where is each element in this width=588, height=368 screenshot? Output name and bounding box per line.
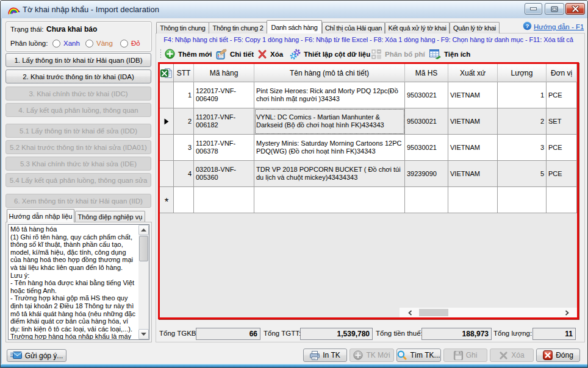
feedback-button-label: Gửi góp ý... <box>25 352 63 360</box>
toolbar-them-moi-button[interactable]: Thêm mới <box>165 48 212 60</box>
cell-ma-hs[interactable]: 95030021 <box>405 108 448 135</box>
tab-quan-ly-to-khai[interactable]: Quản lý tờ khai <box>450 22 500 34</box>
cell-don-vi[interactable]: PCE <box>547 82 577 108</box>
grid-row-2-current[interactable]: 2 112017-VNF-006182 VYNL: DC Comics - Ma… <box>160 108 577 135</box>
tab-ket-qua-xu-ly[interactable]: Kết quả xử lý tờ khai <box>385 22 450 34</box>
radio-xanh-label[interactable]: Xanh <box>63 40 80 47</box>
cell-empty[interactable] <box>448 187 498 213</box>
row-header-1[interactable] <box>160 82 174 108</box>
grid-row-3[interactable]: 3 112017-VNF-006378 Mystery Minis: Satur… <box>160 135 577 161</box>
dong-button[interactable]: Đóng <box>536 349 580 362</box>
cell-xuat-xu[interactable]: VIETNAM <box>448 161 498 187</box>
row-header-4[interactable] <box>160 161 174 187</box>
restore-button[interactable] <box>545 3 564 15</box>
in-tk-button[interactable]: In TK <box>303 349 347 362</box>
grid-row-1[interactable]: 1 122017-VNF-006409 Pint Size Heroes: Ri… <box>160 82 577 108</box>
cell-luong[interactable]: 1 <box>498 82 547 108</box>
tab-danh-sach-hang[interactable]: Danh sách hàng <box>267 20 322 34</box>
column-header-stt[interactable]: STT <box>174 64 194 82</box>
cell-stt[interactable]: 3 <box>174 135 194 161</box>
cell-stt[interactable]: 2 <box>174 108 194 135</box>
cell-ma-hang[interactable]: 112017-VNF-006378 <box>194 135 254 161</box>
scroll-down-icon[interactable] <box>138 329 149 339</box>
radio-do-label[interactable]: Đỏ <box>131 40 140 47</box>
tab-huong-dan-nhap-lieu[interactable]: Hướng dẫn nhập liệu <box>7 209 74 222</box>
cell-don-vi[interactable]: PCE <box>547 135 577 161</box>
toolbar-grip[interactable] <box>160 49 162 59</box>
tab-thong-tin-chung-2[interactable]: Thông tin chung 2 <box>209 22 267 34</box>
delete-gray-x-icon <box>499 351 508 360</box>
cell-xuat-xu[interactable]: VIETNAM <box>448 135 498 161</box>
column-header-xuat-xu[interactable]: Xuất xứ <box>448 64 498 82</box>
cell-luong[interactable]: 2 <box>498 108 547 135</box>
cell-luong[interactable]: 3 <box>498 135 547 161</box>
cell-empty[interactable] <box>547 187 577 213</box>
radio-xanh[interactable] <box>52 40 60 48</box>
feedback-button[interactable]: Gửi góp ý... <box>7 349 66 362</box>
summary-tien-thue-value: 188,973 <box>421 328 492 340</box>
scroll-up-icon[interactable] <box>138 225 149 235</box>
cell-ma-hs[interactable]: 95030021 <box>405 135 448 161</box>
close-button[interactable] <box>565 3 585 15</box>
radio-do[interactable] <box>120 40 128 48</box>
cell-ma-hs[interactable]: 39239090 <box>405 161 448 187</box>
help-text: Mô tả hàng hóa (1) Ghi rõ tên hàng, quy … <box>10 225 139 340</box>
scroll-thumb[interactable] <box>139 236 148 261</box>
cell-ma-hs[interactable]: 95030021 <box>405 82 448 108</box>
cell-empty[interactable] <box>174 187 194 213</box>
cell-ma-hang[interactable]: 032018-VNF-005360 <box>194 161 254 187</box>
toolbar-chi-tiet-button[interactable]: Chi tiết <box>216 48 254 60</box>
cell-ten-hang[interactable]: TDR VP 2018 POPCORN BUCKET ( Đồ chơi túi… <box>254 161 405 187</box>
cell-don-vi[interactable]: PCE <box>547 161 577 187</box>
column-header-ma-hs[interactable]: Mã HS <box>405 64 448 82</box>
help-textbox[interactable]: Mô tả hàng hóa (1) Ghi rõ tên hàng, quy … <box>8 224 149 340</box>
cell-ten-hang[interactable]: Mystery Minis: Saturday Morning Cartoons… <box>254 135 405 161</box>
cell-ma-hang[interactable]: 122017-VNF-006409 <box>194 82 254 108</box>
grid-corner-cell[interactable] <box>160 64 174 82</box>
cell-stt[interactable]: 4 <box>174 161 194 187</box>
help-link[interactable]: Hướng dẫn - F1 <box>534 23 584 30</box>
toolbar-tien-ich-button[interactable]: Tiện ích <box>429 48 470 60</box>
scroll-left-icon[interactable] <box>406 309 414 316</box>
step-button-ida[interactable]: 2. Khai trước thông tin tờ khai (IDA) <box>5 69 151 83</box>
cell-ten-hang-current[interactable]: VYNL: DC Comics - Martian Manhunter & Da… <box>254 108 405 135</box>
column-header-ma-hang[interactable]: Mã hàng <box>194 64 254 82</box>
tab-chi-thi-hai-quan[interactable]: Chỉ thị của Hải quan <box>322 22 385 34</box>
minimize-button[interactable] <box>525 3 542 15</box>
new-row-marker: * <box>165 199 169 205</box>
grid-horizontal-scrollbar[interactable] <box>400 308 577 317</box>
row-header-new[interactable]: * <box>160 187 174 213</box>
column-header-luong[interactable]: Lượng <box>498 64 547 82</box>
cell-xuat-xu[interactable]: VIETNAM <box>448 108 498 135</box>
hscroll-thumb[interactable] <box>419 309 448 316</box>
grid-row-4[interactable]: 4 032018-VNF-005360 TDR VP 2018 POPCORN … <box>160 161 577 187</box>
row-header-2[interactable] <box>160 108 174 135</box>
help-question-icon[interactable]: ? <box>523 21 532 32</box>
column-header-ten-hang[interactable]: Tên hàng (mô tả chi tiết) <box>254 64 405 82</box>
toolbar-xoa-button[interactable]: Xóa <box>257 48 283 60</box>
radio-vang-label[interactable]: Vàng <box>96 40 113 47</box>
step-button-idb[interactable]: 1. Lấy thông tin tờ khai từ Hải quan (ID… <box>5 53 151 67</box>
cell-ma-hang[interactable]: 112017-VNF-006182 <box>194 108 254 135</box>
grid-new-row[interactable]: * <box>160 187 577 213</box>
tim-tk-button[interactable]: Tìm TK... <box>396 349 441 362</box>
scroll-right-icon[interactable] <box>562 309 571 316</box>
cell-luong[interactable]: 5 <box>498 161 547 187</box>
cell-empty[interactable] <box>498 187 547 213</box>
cell-empty[interactable] <box>194 187 254 213</box>
help-vertical-scrollbar[interactable] <box>138 225 149 339</box>
tab-thong-diep-nghiep-vu[interactable]: Thông điệp nghiệp vụ <box>75 211 145 222</box>
tk-moi-button: TK Mới <box>350 349 394 362</box>
radio-vang[interactable] <box>85 40 93 48</box>
cell-don-vi[interactable]: SET <box>547 108 577 135</box>
cell-stt[interactable]: 1 <box>174 82 194 108</box>
cell-ten-hang[interactable]: Pint Size Heroes: Rick and Morty PDQ 12p… <box>254 82 405 108</box>
cell-empty[interactable] <box>254 187 405 213</box>
cell-empty[interactable] <box>405 187 448 213</box>
column-header-don-vi[interactable]: Đơn vị <box>547 64 577 82</box>
cell-xuat-xu[interactable]: VIETNAM <box>448 82 498 108</box>
row-header-3[interactable] <box>160 135 174 161</box>
toolbar-thiet-lap-cot-button[interactable]: Thiết lập cột dữ liệu <box>290 48 370 60</box>
tab-thong-tin-chung[interactable]: Thông tin chung <box>156 22 209 34</box>
goods-grid-panel: STT Mã hàng Tên hàng (mô tả chi tiết) Mã… <box>158 62 579 319</box>
